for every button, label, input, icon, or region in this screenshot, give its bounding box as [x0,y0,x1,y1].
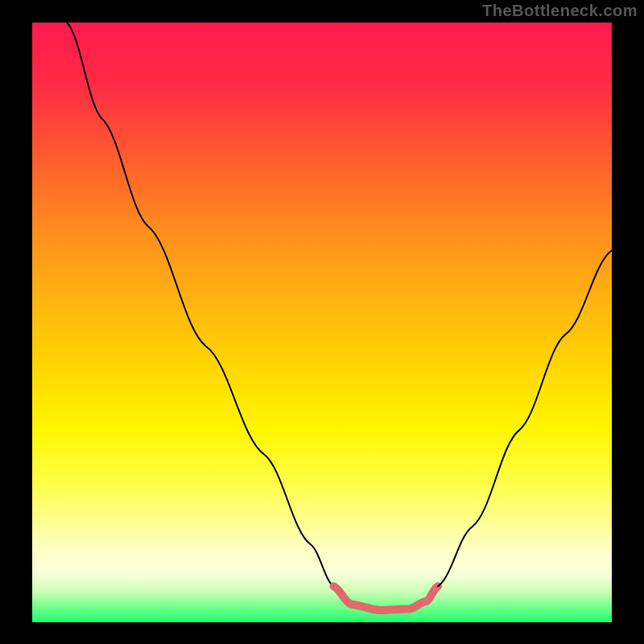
curve-svg [32,23,612,622]
series-trough-highlight [333,586,438,610]
series-left-descent [67,23,333,586]
watermark-label: TheBottleneck.com [482,2,638,20]
series-right-ascent [438,250,612,586]
chart-frame: TheBottleneck.com [0,0,644,644]
plot-area [32,23,612,622]
